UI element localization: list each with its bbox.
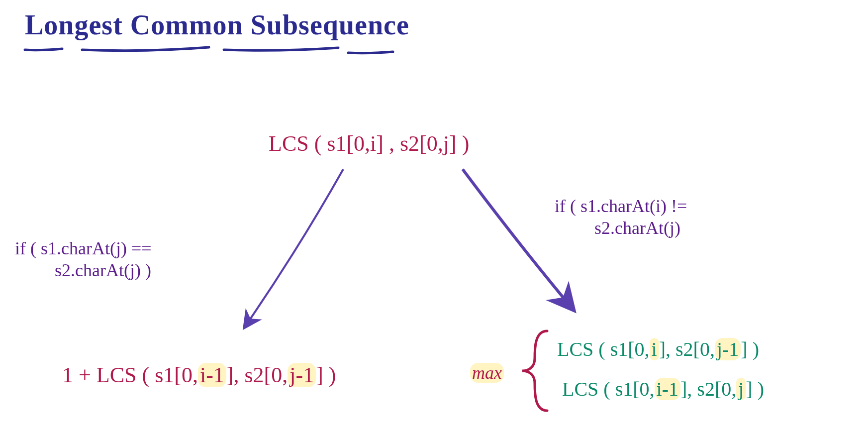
right-branch-condition: if ( s1.charAt(i) != s2.charAt(j) <box>555 197 687 238</box>
rr2-b: i-1 <box>655 378 680 400</box>
max-text: max <box>470 363 504 383</box>
rr1-c: ], s2[0, <box>659 338 715 360</box>
right-arrow <box>463 169 575 311</box>
rr1-b: i <box>650 338 659 360</box>
lr-prefix: 1 + LCS ( s1[0, <box>62 363 198 387</box>
right-cond-line2: s2.charAt(j) <box>594 219 687 238</box>
lr-mid2: ], s2[0, <box>226 363 288 387</box>
left-cond-line2: s2.charAt(j) ) <box>55 261 152 281</box>
rr2-a: LCS ( s1[0, <box>562 378 655 400</box>
rr1-a: LCS ( s1[0, <box>557 338 650 360</box>
lr-hl1: i-1 <box>198 363 226 387</box>
rr2-d: j <box>736 378 746 400</box>
left-branch-condition: if ( s1.charAt(j) == s2.charAt(j) ) <box>15 239 152 280</box>
right-branch-result-2: LCS ( s1[0,i-1], s2[0,j] ) <box>562 378 764 400</box>
curly-brace <box>522 331 547 411</box>
right-cond-line1: if ( s1.charAt(i) != <box>555 196 687 216</box>
rr2-c: ], s2[0, <box>680 378 736 400</box>
left-arrow <box>244 169 343 329</box>
lcs-root-expression: LCS ( s1[0,i] , s2[0,j] ) <box>269 132 469 156</box>
diagram-stage: Longest Common Subsequence LCS ( s1[0,i]… <box>0 0 868 441</box>
title-underline <box>25 47 393 53</box>
lr-suffix: ] ) <box>316 363 336 387</box>
rr1-e: ] ) <box>741 338 759 360</box>
left-branch-result: 1 + LCS ( s1[0,i-1], s2[0,j-1] ) <box>62 363 336 387</box>
lr-hl2: j-1 <box>288 363 316 387</box>
rr2-e: ] ) <box>746 378 764 400</box>
right-branch-result-1: LCS ( s1[0,i], s2[0,j-1] ) <box>557 338 759 360</box>
left-cond-line1: if ( s1.charAt(j) == <box>15 238 152 258</box>
rr1-d: j-1 <box>715 338 741 360</box>
max-label: max <box>470 363 504 383</box>
page-title: Longest Common Subsequence <box>25 10 409 41</box>
